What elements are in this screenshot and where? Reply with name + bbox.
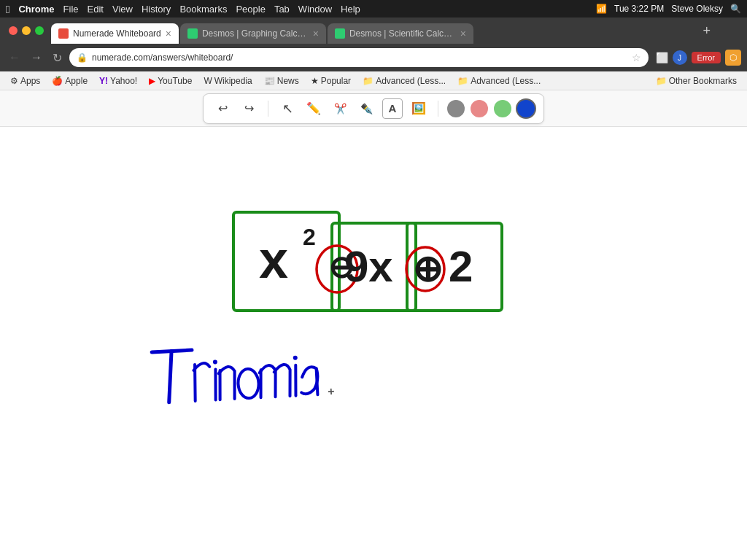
reload-button[interactable]: ↻: [50, 50, 65, 66]
tab-favicon-3: [335, 28, 345, 39]
svg-rect-2: [407, 223, 502, 311]
wikipedia-icon: W: [204, 76, 212, 86]
tab-label-2: Desmos | Graphing Calcula...: [202, 28, 309, 39]
svg-text:2: 2: [303, 224, 316, 250]
redo-button[interactable]: ↪: [239, 98, 259, 119]
lock-icon: 🔒: [77, 52, 88, 63]
image-tool[interactable]: 🖼️: [409, 98, 429, 119]
tabbar: Numerade Whiteboard × Desmos | Graphing …: [0, 18, 747, 44]
menu-help[interactable]: Help: [341, 4, 360, 15]
bookmark-youtube[interactable]: ▶ YouTube: [144, 74, 196, 88]
color-pink[interactable]: [471, 100, 488, 117]
tab-close-2[interactable]: ×: [313, 28, 319, 39]
app-name: Chrome: [18, 4, 54, 15]
svg-point-8: [406, 247, 444, 291]
menu-edit[interactable]: Edit: [88, 4, 104, 15]
tab-close-1[interactable]: ×: [166, 28, 171, 39]
bookmark-wikipedia[interactable]: W Wikipedia: [199, 74, 256, 88]
bookmark-label-advanced1: Advanced (Less...: [376, 76, 446, 86]
menu-tab[interactable]: Tab: [274, 4, 290, 15]
tab-favicon-1: [58, 28, 69, 39]
menu-file[interactable]: File: [63, 4, 79, 15]
cast-icon[interactable]: ⬜: [656, 52, 668, 63]
menu-view[interactable]: View: [112, 4, 133, 15]
error-badge[interactable]: Error: [692, 52, 721, 63]
svg-line-14: [214, 369, 217, 400]
profile-icon[interactable]: J: [673, 50, 687, 65]
svg-line-12: [166, 351, 174, 402]
new-tab-button[interactable]: +: [703, 23, 711, 39]
bookmark-label-other: Other Bookmarks: [669, 76, 737, 86]
forward-button[interactable]: →: [28, 50, 45, 66]
tab-favicon-2: [187, 28, 198, 39]
undo-button[interactable]: ↩: [212, 98, 233, 119]
news-icon: 📰: [264, 76, 275, 86]
bookmark-label-popular: Popular: [321, 76, 351, 86]
drawing-toolbar: ↩ ↪ ↖ ✏️ ✂️ ✒️ A 🖼️: [0, 90, 747, 127]
tab-desmos-scientific[interactable]: Desmos | Scientific Calculat... ×: [328, 23, 473, 44]
bookmark-advanced2[interactable]: 📁 Advanced (Less...: [453, 74, 545, 88]
apple-menu[interactable]: : [6, 3, 9, 15]
menu-history[interactable]: History: [142, 4, 171, 15]
pencil-tool[interactable]: ✏️: [303, 98, 324, 119]
user-name: Steve Oleksy: [671, 4, 723, 14]
color-blue[interactable]: [517, 100, 535, 117]
menubar:  Chrome File Edit View History Bookmark…: [0, 0, 747, 18]
clock: Tue 3:22 PM: [614, 4, 664, 14]
menubar-right: 📶 Tue 3:22 PM Steve Oleksy 🔍: [596, 4, 741, 14]
bookmark-label-apple: Apple: [65, 76, 88, 86]
color-green[interactable]: [494, 100, 511, 117]
bookmark-advanced1[interactable]: 📁 Advanced (Less...: [358, 74, 450, 88]
yahoo-icon: Y!: [99, 76, 108, 86]
tab-close-3[interactable]: ×: [460, 28, 466, 39]
text-tool[interactable]: A: [382, 98, 403, 119]
svg-line-21: [317, 369, 318, 394]
bookmark-label-wikipedia: Wikipedia: [214, 76, 252, 86]
bookmark-label-yahoo: Yahoo!: [110, 76, 137, 86]
back-button[interactable]: ←: [6, 50, 23, 66]
bookmark-label-advanced2: Advanced (Less...: [471, 76, 541, 86]
tab-label-3: Desmos | Scientific Calculat...: [349, 28, 456, 39]
tools-tool[interactable]: ✂️: [330, 98, 350, 119]
search-icon[interactable]: 🔍: [730, 4, 741, 14]
eraser-tool[interactable]: ✒️: [356, 98, 376, 119]
select-tool[interactable]: ↖: [277, 98, 298, 119]
bookmark-apps[interactable]: ⚙ Apps: [6, 74, 44, 88]
youtube-icon: ▶: [149, 76, 155, 86]
url-bar[interactable]: 🔒 numerade.com/answers/whiteboard/ ☆: [69, 48, 649, 67]
divider-2: [438, 101, 438, 117]
toolbar-inner: ↩ ↪ ↖ ✏️ ✂️ ✒️ A 🖼️: [203, 93, 544, 124]
bookmark-other[interactable]: 📁 Other Bookmarks: [651, 74, 741, 88]
folder-icon-2: 📁: [457, 76, 468, 86]
svg-rect-1: [332, 223, 416, 311]
svg-line-19: [294, 365, 297, 396]
extension-icon[interactable]: ⬡: [725, 50, 741, 66]
bookmark-yahoo[interactable]: Y! Yahoo!: [95, 74, 142, 88]
svg-text:+: +: [328, 385, 335, 397]
close-button[interactable]: [9, 26, 18, 35]
bookmarks-bar: ⚙ Apps 🍎 Apple Y! Yahoo! ▶ YouTube W Wik…: [0, 71, 747, 90]
apple-bookmark-icon: 🍎: [52, 76, 63, 86]
bookmark-star-icon[interactable]: ☆: [632, 52, 641, 63]
bookmark-news[interactable]: 📰 News: [260, 74, 303, 88]
wifi-icon: 📶: [596, 4, 607, 14]
minimize-button[interactable]: [22, 26, 31, 35]
whiteboard-canvas[interactable]: x 2 ⊖ 9x ⊕ 2: [0, 127, 747, 560]
tab-desmos-graphing[interactable]: Desmos | Graphing Calcula... ×: [180, 23, 326, 44]
bookmark-label-apps: Apps: [20, 76, 40, 86]
menu-people[interactable]: People: [236, 4, 265, 15]
address-bar: ← → ↻ 🔒 numerade.com/answers/whiteboard/…: [0, 44, 747, 71]
svg-text:x: x: [259, 230, 288, 289]
svg-point-5: [317, 246, 357, 292]
svg-point-15: [213, 359, 217, 364]
color-gray[interactable]: [447, 100, 465, 117]
maximize-button[interactable]: [35, 26, 44, 35]
menu-window[interactable]: Window: [298, 4, 332, 15]
bookmark-apple[interactable]: 🍎 Apple: [47, 74, 92, 88]
menu-bookmarks[interactable]: Bookmarks: [179, 4, 227, 15]
tab-whiteboard[interactable]: Numerade Whiteboard ×: [51, 23, 179, 44]
svg-text:⊖: ⊖: [328, 250, 354, 284]
url-text: numerade.com/answers/whiteboard/: [92, 52, 627, 63]
svg-rect-0: [233, 212, 339, 311]
bookmark-popular[interactable]: ★ Popular: [306, 74, 355, 88]
